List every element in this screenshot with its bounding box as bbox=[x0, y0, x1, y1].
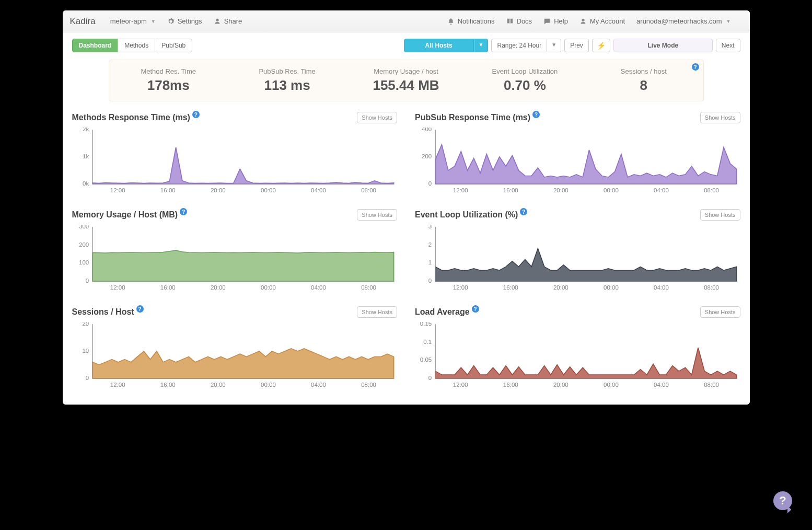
show-hosts-button[interactable]: Show Hosts bbox=[700, 209, 740, 221]
svg-text:20: 20 bbox=[82, 322, 89, 327]
chart-title: Memory Usage / Host (MB) bbox=[72, 210, 178, 220]
range-dropdown[interactable]: ▼ bbox=[547, 39, 561, 52]
help-icon[interactable]: ? bbox=[532, 111, 540, 118]
help-icon[interactable]: ? bbox=[692, 63, 699, 71]
help-link[interactable]: Help bbox=[543, 17, 568, 25]
all-hosts-button[interactable]: All Hosts bbox=[404, 39, 474, 52]
tab-methods[interactable]: Methods bbox=[118, 39, 155, 52]
summary-value: 178ms bbox=[109, 77, 228, 94]
range-selector: Range: 24 Hour ▼ bbox=[491, 39, 561, 52]
chart-card: Memory Usage / Host (MB) ? Show Hosts 30… bbox=[72, 209, 398, 293]
show-hosts-button[interactable]: Show Hosts bbox=[357, 306, 397, 318]
chart-plot[interactable]: 300200100012:0016:0020:0000:0004:0008:00 bbox=[72, 225, 398, 293]
app-selector-label: meteor-apm bbox=[110, 17, 147, 25]
summary-label: Method Res. Time bbox=[109, 67, 228, 75]
docs-label: Docs bbox=[517, 17, 532, 25]
help-icon[interactable]: ? bbox=[192, 111, 200, 118]
svg-text:0.05: 0.05 bbox=[420, 357, 432, 363]
chat-icon bbox=[543, 18, 551, 25]
chart-title: Load Average bbox=[415, 307, 470, 317]
help-icon[interactable]: ? bbox=[180, 208, 187, 215]
caret-down-icon: ▼ bbox=[726, 19, 731, 24]
svg-text:20:00: 20:00 bbox=[210, 285, 225, 291]
notifications-label: Notifications bbox=[458, 17, 495, 25]
summary-label: Sessions / host bbox=[584, 67, 703, 75]
prev-button[interactable]: Prev bbox=[564, 39, 589, 52]
chart-title: Sessions / Host bbox=[72, 307, 134, 317]
chart-card: Methods Response Time (ms) ? Show Hosts … bbox=[72, 112, 398, 195]
controls-row: Dashboard Methods Pub/Sub All Hosts ▼ Ra… bbox=[72, 39, 740, 52]
tab-dashboard[interactable]: Dashboard bbox=[72, 39, 119, 52]
show-hosts-button[interactable]: Show Hosts bbox=[357, 112, 397, 123]
svg-text:00:00: 00:00 bbox=[604, 382, 619, 388]
svg-text:12:00: 12:00 bbox=[110, 188, 125, 193]
help-label: Help bbox=[554, 17, 568, 25]
chart-card: PubSub Response Time (ms) ? Show Hosts 4… bbox=[415, 112, 740, 195]
svg-text:08:00: 08:00 bbox=[361, 285, 376, 291]
chart-plot[interactable]: 2010012:0016:0020:0000:0004:0008:00 bbox=[72, 322, 398, 390]
svg-text:08:00: 08:00 bbox=[704, 188, 719, 193]
all-hosts-dropdown[interactable]: ▼ bbox=[474, 39, 489, 52]
live-mode-indicator: Live Mode bbox=[613, 39, 713, 52]
settings-label: Settings bbox=[178, 17, 202, 25]
show-hosts-button[interactable]: Show Hosts bbox=[357, 209, 397, 221]
chart-plot[interactable]: 400200012:0016:0020:0000:0004:0008:00 bbox=[415, 128, 740, 195]
svg-text:20:00: 20:00 bbox=[210, 188, 225, 193]
chart-header: Memory Usage / Host (MB) ? Show Hosts bbox=[72, 209, 398, 221]
svg-text:0: 0 bbox=[85, 375, 88, 381]
bell-icon bbox=[447, 18, 455, 25]
svg-text:20:00: 20:00 bbox=[553, 188, 569, 193]
svg-text:08:00: 08:00 bbox=[361, 188, 376, 193]
summary-cell: Sessions / host 8 bbox=[584, 67, 703, 94]
svg-text:0: 0 bbox=[428, 278, 432, 284]
user-menu[interactable]: arunoda@meteorhacks.com ▼ bbox=[636, 17, 730, 25]
settings-link[interactable]: Settings bbox=[167, 17, 202, 25]
help-icon[interactable]: ? bbox=[472, 305, 479, 313]
svg-text:00:00: 00:00 bbox=[604, 188, 619, 193]
show-hosts-button[interactable]: Show Hosts bbox=[700, 306, 740, 318]
svg-text:12:00: 12:00 bbox=[453, 285, 468, 291]
account-link[interactable]: My Account bbox=[579, 17, 625, 25]
view-tabs: Dashboard Methods Pub/Sub bbox=[72, 39, 193, 52]
chart-plot[interactable]: 2k1k0k12:0016:0020:0000:0004:0008:00 bbox=[72, 128, 398, 195]
svg-text:20:00: 20:00 bbox=[553, 285, 569, 291]
topbar: Kadira meteor-apm ▼ Settings Share Notif… bbox=[63, 10, 750, 32]
svg-text:08:00: 08:00 bbox=[704, 382, 719, 388]
user-icon bbox=[214, 18, 221, 25]
chart-card: Load Average ? Show Hosts 0.150.10.05012… bbox=[415, 306, 740, 390]
range-label: Range: 24 Hour bbox=[491, 39, 547, 52]
svg-text:10: 10 bbox=[82, 348, 89, 354]
chart-plot[interactable]: 0.150.10.05012:0016:0020:0000:0004:0008:… bbox=[415, 322, 740, 390]
svg-text:20:00: 20:00 bbox=[553, 382, 569, 388]
summary-label: PubSub Res. Time bbox=[228, 67, 346, 75]
share-link[interactable]: Share bbox=[214, 17, 242, 25]
brand-logo: Kadira bbox=[70, 16, 96, 27]
chart-title: Methods Response Time (ms) bbox=[72, 113, 190, 122]
notifications-link[interactable]: Notifications bbox=[447, 17, 495, 25]
help-icon[interactable]: ? bbox=[520, 208, 527, 215]
tab-pubsub[interactable]: Pub/Sub bbox=[155, 39, 192, 52]
docs-link[interactable]: Docs bbox=[506, 17, 532, 25]
svg-text:16:00: 16:00 bbox=[503, 285, 518, 291]
chart-plot[interactable]: 321012:0016:0020:0000:0004:0008:00 bbox=[415, 225, 740, 293]
next-button[interactable]: Next bbox=[716, 39, 740, 52]
summary-cell: Method Res. Time 178ms bbox=[109, 67, 228, 94]
app-selector[interactable]: meteor-apm ▼ bbox=[110, 17, 156, 25]
caret-down-icon: ▼ bbox=[151, 19, 156, 24]
chart-header: PubSub Response Time (ms) ? Show Hosts bbox=[415, 112, 740, 123]
svg-text:04:00: 04:00 bbox=[654, 188, 669, 193]
svg-text:00:00: 00:00 bbox=[261, 285, 276, 291]
svg-text:16:00: 16:00 bbox=[503, 382, 518, 388]
svg-text:16:00: 16:00 bbox=[503, 188, 518, 193]
svg-text:1: 1 bbox=[428, 260, 432, 266]
show-hosts-button[interactable]: Show Hosts bbox=[700, 112, 740, 123]
help-icon[interactable]: ? bbox=[136, 305, 144, 313]
book-icon bbox=[506, 18, 514, 25]
svg-text:04:00: 04:00 bbox=[654, 285, 669, 291]
summary-value: 8 bbox=[584, 77, 703, 94]
live-toggle-icon[interactable]: ⚡ bbox=[592, 39, 610, 52]
svg-text:1k: 1k bbox=[83, 154, 89, 159]
chart-title: Event Loop Utilization (%) bbox=[415, 210, 518, 220]
chart-card: Event Loop Utilization (%) ? Show Hosts … bbox=[415, 209, 740, 293]
svg-text:0: 0 bbox=[428, 375, 432, 381]
